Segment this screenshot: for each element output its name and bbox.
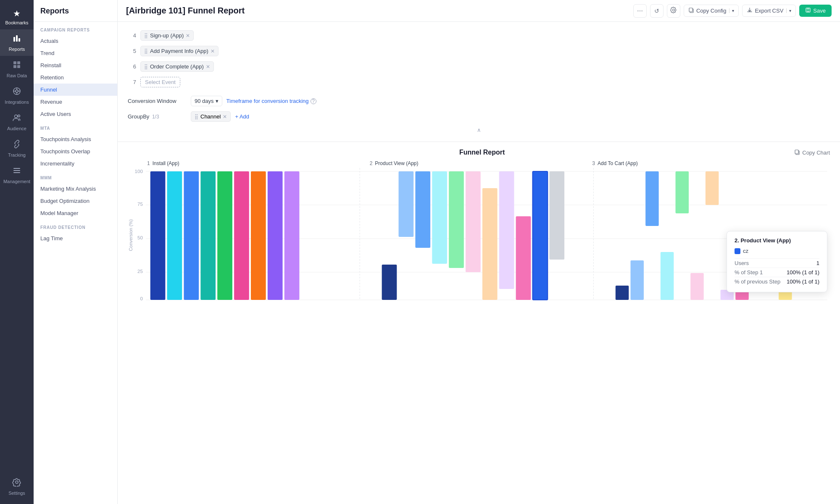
copy-config-label: Copy Config bbox=[696, 8, 727, 14]
export-dropdown-arrow: ▾ bbox=[786, 8, 791, 13]
groupby-row: GroupBy 1/3 ⣿ Channel ✕ + Add bbox=[128, 109, 830, 124]
drag-handle-icon[interactable]: ⣿ bbox=[144, 48, 148, 54]
nav-item-reinstall[interactable]: Reinstall bbox=[34, 59, 117, 71]
tooltip-prev-step-label: % of previous Step bbox=[735, 278, 780, 285]
sidebar: ★ Bookmarks Reports Raw Data Integration… bbox=[0, 0, 34, 504]
chevron-down-icon: ▾ bbox=[216, 98, 219, 104]
groupby-add-button[interactable]: + Add bbox=[235, 113, 249, 120]
export-csv-label: Export CSV bbox=[755, 8, 783, 14]
nav-item-touchpoints-overlap[interactable]: Touchpoints Overlap bbox=[34, 145, 117, 158]
select-event-label: Select Event bbox=[145, 79, 176, 85]
svg-rect-42 bbox=[184, 171, 199, 300]
groupby-label-text: GroupBy bbox=[128, 113, 149, 120]
view-settings-button[interactable] bbox=[667, 4, 680, 18]
svg-rect-43 bbox=[200, 171, 216, 300]
sidebar-item-label: Integrations bbox=[5, 100, 29, 105]
svg-rect-51 bbox=[415, 171, 430, 248]
bookmarks-icon: ★ bbox=[13, 8, 21, 18]
save-button[interactable]: Save bbox=[799, 5, 832, 17]
refresh-button[interactable]: ↺ bbox=[650, 4, 664, 18]
more-button[interactable]: ⋯ bbox=[633, 4, 647, 18]
step-5-event-label: Add Payment Info (App) bbox=[150, 48, 208, 54]
nav-item-incrementality[interactable]: Incrementality bbox=[34, 158, 117, 170]
sidebar-item-raw-data[interactable]: Raw Data bbox=[0, 56, 34, 82]
step-4-event-label: Sign-up (App) bbox=[150, 32, 184, 39]
nav-item-lag-time[interactable]: Lag Time bbox=[34, 232, 117, 244]
section-fraud-detection: FRAUD DETECTION bbox=[34, 219, 117, 232]
groupby-channel-close[interactable]: ✕ bbox=[223, 114, 227, 120]
nav-item-trend[interactable]: Trend bbox=[34, 47, 117, 59]
sidebar-item-reports[interactable]: Reports bbox=[0, 29, 34, 56]
svg-rect-61 bbox=[630, 260, 643, 300]
timeframe-link[interactable]: Timeframe for conversion tracking ? bbox=[226, 98, 316, 104]
refresh-icon: ↺ bbox=[654, 8, 659, 14]
main-content: [Airbridge 101] Funnel Report ⋯ ↺ Copy C… bbox=[118, 0, 840, 504]
sidebar-item-integrations[interactable]: Integrations bbox=[0, 82, 34, 109]
svg-rect-62 bbox=[645, 171, 658, 226]
step-7-number: 7 bbox=[128, 79, 136, 85]
drag-handle-icon[interactable]: ⣿ bbox=[195, 114, 198, 120]
copy-icon bbox=[688, 7, 694, 14]
step-labels: 1 Install (App) 2 Product View (App) 3 A… bbox=[118, 160, 840, 166]
tooltip-legend: cz bbox=[735, 248, 819, 254]
save-label: Save bbox=[813, 8, 826, 14]
groupby-count: 1/3 bbox=[152, 114, 159, 120]
section-mta: MTA bbox=[34, 120, 117, 133]
step-4-number: 4 bbox=[128, 32, 136, 39]
copy-config-button[interactable]: Copy Config ▾ bbox=[684, 5, 739, 17]
svg-text:0: 0 bbox=[140, 296, 142, 301]
section-mmm: MMM bbox=[34, 170, 117, 183]
copy-icon bbox=[794, 149, 800, 156]
nav-item-retention[interactable]: Retention bbox=[34, 71, 117, 84]
step-5-row: 5 ⣿ Add Payment Info (App) ✕ bbox=[128, 43, 830, 59]
svg-rect-64 bbox=[676, 171, 689, 213]
step-4-close-icon[interactable]: ✕ bbox=[186, 33, 190, 39]
export-csv-button[interactable]: Export CSV ▾ bbox=[742, 5, 796, 17]
drag-handle-icon[interactable]: ⣿ bbox=[144, 64, 148, 70]
download-icon bbox=[747, 7, 753, 14]
step-6-number: 6 bbox=[128, 63, 136, 70]
svg-rect-66 bbox=[706, 171, 719, 205]
tracking-link-icon bbox=[12, 139, 21, 151]
conversion-window-dropdown[interactable]: 90 days ▾ bbox=[191, 96, 222, 106]
nav-item-active-users[interactable]: Active Users bbox=[34, 108, 117, 120]
svg-rect-60 bbox=[616, 286, 629, 300]
drag-handle-icon[interactable]: ⣿ bbox=[144, 33, 148, 39]
svg-text:25: 25 bbox=[137, 269, 143, 274]
svg-point-19 bbox=[672, 9, 674, 11]
svg-rect-0 bbox=[13, 37, 15, 42]
svg-rect-48 bbox=[284, 171, 300, 300]
svg-rect-52 bbox=[432, 171, 447, 264]
nav-item-funnel[interactable]: Funnel bbox=[34, 84, 117, 96]
chart-body: 100 75 50 25 0 Conversion (%) bbox=[118, 168, 840, 504]
sidebar-item-label: Audience bbox=[7, 126, 26, 131]
svg-rect-44 bbox=[217, 171, 232, 300]
collapse-button[interactable]: ∧ bbox=[128, 124, 830, 136]
integrations-icon bbox=[12, 87, 21, 98]
sidebar-item-label: Settings bbox=[8, 491, 25, 496]
step-6-event-tag: ⣿ Order Complete (App) ✕ bbox=[140, 61, 214, 72]
step-5-close-icon[interactable]: ✕ bbox=[211, 48, 215, 54]
sidebar-item-audience[interactable]: Audience bbox=[0, 109, 34, 135]
chart-header: Funnel Report Copy Chart bbox=[118, 142, 840, 160]
nav-item-actuals[interactable]: Actuals bbox=[34, 35, 117, 47]
sidebar-item-tracking-link[interactable]: Tracking bbox=[0, 135, 34, 162]
svg-rect-59 bbox=[549, 171, 564, 260]
tooltip-prev-step-value: 100% (1 of 1) bbox=[787, 278, 819, 285]
svg-text:50: 50 bbox=[137, 235, 143, 240]
sidebar-item-management[interactable]: Management bbox=[0, 162, 34, 188]
nav-item-model-manager[interactable]: Model Manager bbox=[34, 207, 117, 219]
nav-item-revenue[interactable]: Revenue bbox=[34, 96, 117, 108]
nav-item-touchpoints-analysis[interactable]: Touchpoints Analysis bbox=[34, 133, 117, 145]
select-event-button[interactable]: Select Event bbox=[140, 77, 180, 87]
sidebar-item-settings[interactable]: Settings bbox=[0, 473, 34, 500]
svg-rect-5 bbox=[13, 65, 16, 68]
sidebar-item-bookmarks[interactable]: ★ Bookmarks bbox=[0, 4, 34, 29]
nav-item-budget-optimization[interactable]: Budget Optimization bbox=[34, 195, 117, 207]
tooltip-row-prev-step: % of previous Step 100% (1 of 1) bbox=[735, 277, 819, 286]
step-label-2: 2 Product View (App) bbox=[370, 160, 592, 166]
step-6-close-icon[interactable]: ✕ bbox=[206, 64, 210, 70]
copy-chart-button[interactable]: Copy Chart bbox=[794, 149, 830, 156]
top-bar: [Airbridge 101] Funnel Report ⋯ ↺ Copy C… bbox=[118, 0, 840, 22]
nav-item-marketing-mix[interactable]: Marketing Mix Analysis bbox=[34, 183, 117, 195]
